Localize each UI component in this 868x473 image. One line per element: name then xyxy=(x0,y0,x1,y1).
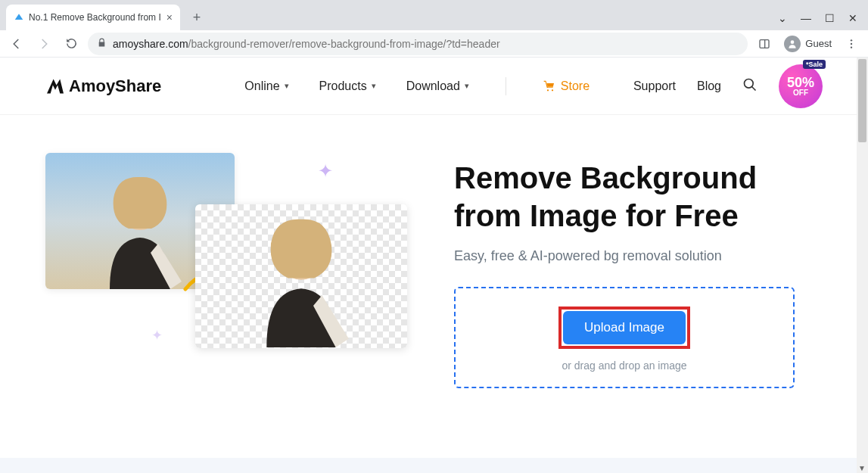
svg-point-6 xyxy=(547,89,549,91)
nav-store[interactable]: Store xyxy=(543,79,590,93)
svg-point-2 xyxy=(791,40,795,44)
nav-divider xyxy=(506,77,506,95)
lock-icon xyxy=(97,38,107,50)
main-nav: Online▾ Products▾ Download▾ Store xyxy=(244,77,590,95)
profile-label: Guest xyxy=(805,38,832,49)
site-header: AmoyShare Online▾ Products▾ Download▾ St… xyxy=(0,58,868,115)
address-bar[interactable]: amoyshare.com/background-remover/remove-… xyxy=(88,33,748,55)
site-logo[interactable]: AmoyShare xyxy=(45,76,161,96)
sale-tag: *Sale xyxy=(803,60,826,69)
page-title: Remove Background from Image for Free xyxy=(454,159,823,235)
chevron-down-icon: ▾ xyxy=(372,81,376,91)
sparkle-icon: ✦ xyxy=(318,160,333,182)
svg-point-5 xyxy=(851,46,852,48)
browser-toolbar: amoyshare.com/background-remover/remove-… xyxy=(0,30,868,58)
svg-point-8 xyxy=(745,79,754,88)
chevron-down-icon[interactable]: ⌄ xyxy=(778,12,787,24)
profile-chip[interactable]: Guest xyxy=(781,34,835,54)
minimize-icon[interactable]: — xyxy=(801,12,811,24)
page-scrollbar[interactable]: ▼ xyxy=(857,58,868,473)
new-tab-button[interactable]: + xyxy=(186,7,207,28)
nav-download[interactable]: Download▾ xyxy=(406,79,469,93)
upload-dropzone[interactable]: Upload Image or drag and drop an image xyxy=(454,287,795,388)
upload-image-button[interactable]: Upload Image xyxy=(563,311,686,344)
cart-icon xyxy=(543,80,556,92)
scrollbar-thumb[interactable] xyxy=(858,59,866,142)
search-icon[interactable] xyxy=(742,77,758,95)
chevron-down-icon: ▾ xyxy=(465,81,469,91)
hero-section: ✦ ✦ xyxy=(0,115,868,388)
browser-tab-strip: No.1 Remove Background from I × + ⌄ — ☐ … xyxy=(0,0,868,30)
close-window-icon[interactable]: ✕ xyxy=(848,12,857,24)
right-nav: Support Blog *Sale 50% OFF xyxy=(633,64,823,108)
nav-products[interactable]: Products▾ xyxy=(319,79,376,93)
kebab-menu-icon[interactable] xyxy=(841,33,862,54)
svg-point-3 xyxy=(851,39,852,41)
url-text: amoyshare.com/background-remover/remove-… xyxy=(113,38,500,50)
avatar-icon xyxy=(784,36,801,52)
forward-button[interactable] xyxy=(33,33,54,54)
footer-band xyxy=(0,458,857,473)
svg-point-7 xyxy=(552,89,553,91)
example-cutout-image xyxy=(195,204,407,348)
browser-tab[interactable]: No.1 Remove Background from I × xyxy=(6,5,180,30)
nav-blog[interactable]: Blog xyxy=(697,79,721,93)
page-content: AmoyShare Online▾ Products▾ Download▾ St… xyxy=(0,58,868,473)
hero-illustration: ✦ ✦ xyxy=(45,153,424,380)
tab-title: No.1 Remove Background from I xyxy=(29,12,162,23)
hero-copy: Remove Background from Image for Free Ea… xyxy=(454,153,823,388)
annotation-highlight: Upload Image xyxy=(558,307,690,349)
panel-icon[interactable] xyxy=(754,33,775,54)
window-controls: ⌄ — ☐ ✕ xyxy=(778,12,868,30)
logo-text: AmoyShare xyxy=(69,76,161,96)
chevron-down-icon: ▾ xyxy=(285,81,289,91)
maximize-icon[interactable]: ☐ xyxy=(825,12,835,24)
tab-favicon xyxy=(14,12,24,23)
sale-percent: 50% xyxy=(787,76,814,89)
nav-online[interactable]: Online▾ xyxy=(244,79,288,93)
drop-hint-text: or drag and drop an image xyxy=(471,359,778,372)
svg-line-9 xyxy=(752,86,756,90)
scroll-down-icon[interactable]: ▼ xyxy=(858,464,866,472)
sale-badge[interactable]: *Sale 50% OFF xyxy=(779,64,823,108)
logo-icon xyxy=(45,78,65,95)
reload-button[interactable] xyxy=(61,33,82,54)
svg-point-4 xyxy=(851,42,852,44)
tab-close-icon[interactable]: × xyxy=(166,11,173,23)
nav-support[interactable]: Support xyxy=(633,79,676,93)
sparkle-icon: ✦ xyxy=(151,327,163,344)
page-subtitle: Easy, free & AI-powered bg removal solut… xyxy=(454,248,823,264)
back-button[interactable] xyxy=(6,33,27,54)
sale-off: OFF xyxy=(793,89,808,97)
